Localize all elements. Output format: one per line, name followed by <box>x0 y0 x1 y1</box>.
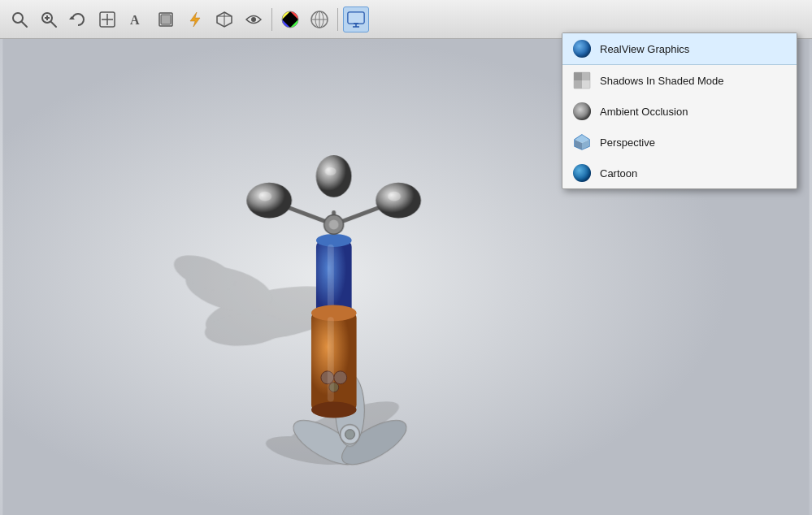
shadows-label: Shadows In Shaded Mode <box>600 75 724 87</box>
cartoon-icon <box>572 163 592 183</box>
menu-item-perspective[interactable]: Perspective <box>562 127 797 158</box>
realview-label: RealView Graphics <box>600 43 689 55</box>
svg-rect-26 <box>348 12 364 24</box>
svg-point-47 <box>311 305 357 322</box>
svg-point-43 <box>316 234 352 247</box>
ambient-label: Ambient Occlusion <box>600 106 688 118</box>
color-wheel-icon[interactable] <box>277 6 303 32</box>
display-dropdown-menu: RealView Graphics Shadows In Shaded Mode… <box>562 32 797 189</box>
svg-point-57 <box>329 219 339 229</box>
svg-line-5 <box>51 22 56 27</box>
cartoon-label: Cartoon <box>600 167 637 180</box>
realview-icon <box>572 39 592 58</box>
svg-point-58 <box>246 183 292 219</box>
display-settings-button[interactable] <box>343 6 369 32</box>
separator-1 <box>271 8 272 31</box>
zoom-in-icon[interactable] <box>36 6 62 32</box>
svg-text:A: A <box>130 13 140 27</box>
menu-item-ambient[interactable]: Ambient Occlusion <box>562 96 797 127</box>
text-icon[interactable]: A <box>124 6 150 32</box>
eye-icon[interactable] <box>241 6 267 32</box>
separator-2 <box>337 8 338 31</box>
svg-point-62 <box>316 155 352 197</box>
rotate-icon[interactable] <box>65 6 91 32</box>
shadows-icon <box>572 71 592 90</box>
search-icon[interactable] <box>7 6 33 32</box>
svg-point-61 <box>388 192 401 201</box>
pan-icon[interactable] <box>94 6 120 32</box>
bolt-icon[interactable] <box>182 6 208 32</box>
svg-rect-12 <box>161 15 171 24</box>
ambient-icon <box>572 102 592 121</box>
svg-rect-45 <box>328 245 334 313</box>
svg-rect-68 <box>574 72 590 80</box>
svg-point-50 <box>334 371 347 384</box>
menu-item-shadows[interactable]: Shadows In Shaded Mode <box>562 65 797 96</box>
menu-item-realview[interactable]: RealView Graphics <box>562 33 797 65</box>
menu-item-cartoon[interactable]: Cartoon <box>562 158 797 188</box>
svg-point-0 <box>13 13 23 23</box>
svg-point-17 <box>251 17 256 22</box>
svg-point-63 <box>325 167 337 175</box>
cube-section-icon[interactable] <box>153 6 179 32</box>
svg-rect-52 <box>328 318 334 402</box>
svg-marker-13 <box>190 12 200 27</box>
perspective-label: Perspective <box>600 136 655 149</box>
box3d-icon[interactable] <box>211 6 237 32</box>
scene-icon[interactable] <box>306 6 332 32</box>
svg-point-41 <box>345 430 355 439</box>
perspective-icon <box>572 132 592 152</box>
svg-point-60 <box>376 183 421 219</box>
svg-point-59 <box>258 192 271 201</box>
svg-point-48 <box>311 402 357 418</box>
svg-line-1 <box>22 22 27 27</box>
